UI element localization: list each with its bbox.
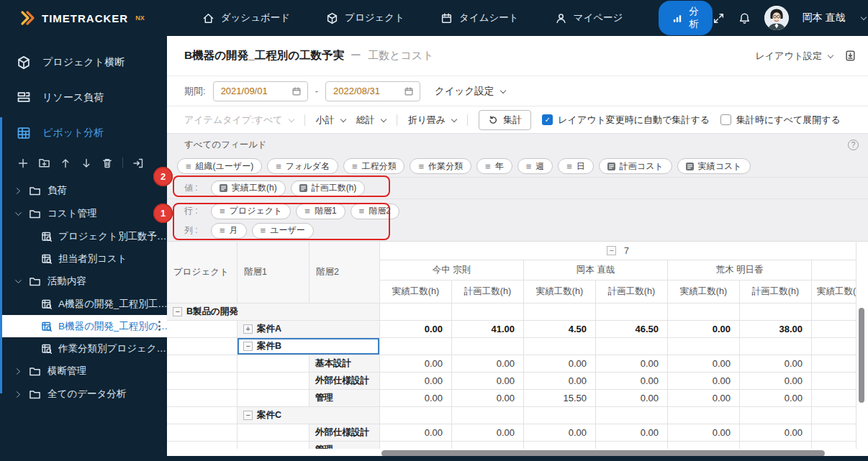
row-label[interactable]: 管理 <box>309 390 380 407</box>
data-cell[interactable]: 15.50 <box>524 390 596 407</box>
field-chip-measure[interactable]: 実績コスト <box>677 158 751 174</box>
measure-header[interactable]: 計画工数(h) <box>452 280 524 303</box>
data-cell[interactable]: 0.00 <box>524 373 596 390</box>
aggregate-button[interactable]: 集計 <box>479 110 531 130</box>
column-header-2[interactable]: 階層1 <box>238 242 309 303</box>
collapse-row-icon[interactable]: − <box>173 307 182 316</box>
data-cell[interactable]: 0.00 <box>452 424 524 442</box>
data-cell[interactable] <box>596 407 668 424</box>
row-chip[interactable]: プロジェクト <box>211 204 291 219</box>
tree-report-device-a[interactable]: A機器の開発_工程別工… <box>0 293 167 315</box>
data-cell[interactable]: 0.00 <box>452 390 524 407</box>
column-group-header[interactable]: −7 <box>380 242 856 260</box>
row-label[interactable]: −B製品の開発 <box>167 303 380 321</box>
measure-header[interactable]: 実績工数(h) <box>524 280 596 303</box>
row-label[interactable]: +案件A <box>238 321 380 338</box>
column-header-3[interactable]: 階層2 <box>309 242 380 303</box>
col-chip[interactable]: 月 <box>211 223 247 239</box>
collapse-row-icon[interactable]: − <box>243 342 253 351</box>
tree-folder-activity[interactable]: 活動内容 <box>0 270 167 293</box>
tree-report-device-b-selected[interactable]: B機器の開発_工程別の… <box>0 315 167 337</box>
data-cell[interactable]: 0.00 <box>452 355 524 373</box>
data-cell[interactable]: 0.00 <box>668 424 740 442</box>
data-cell[interactable] <box>668 407 740 424</box>
data-cell[interactable] <box>812 338 856 355</box>
delete-icon[interactable] <box>101 158 113 169</box>
data-cell[interactable]: 0.00 <box>596 424 668 442</box>
data-cell[interactable] <box>812 407 856 424</box>
layout-settings-button[interactable]: レイアウト設定 <box>755 50 833 63</box>
quick-settings-button[interactable]: クイック設定 <box>435 85 505 98</box>
data-cell[interactable]: 0.00 <box>596 373 668 390</box>
measure-header[interactable]: 計画工数(h) <box>740 280 812 303</box>
data-cell[interactable]: 0.00 <box>380 373 452 390</box>
nav-project[interactable]: プロジェクト <box>326 12 404 24</box>
fold-dropdown[interactable]: 折り畳み <box>408 114 457 127</box>
calendar-icon[interactable] <box>291 86 302 96</box>
data-cell[interactable]: 0.00 <box>380 321 452 338</box>
start-date-input[interactable]: 2021/09/01 <box>213 81 308 101</box>
vertical-scrollbar[interactable] <box>859 308 864 403</box>
data-cell[interactable]: 0.00 <box>596 390 668 407</box>
export-icon[interactable] <box>844 50 856 62</box>
user-name[interactable]: 岡本 直哉 <box>803 12 846 24</box>
measure-header[interactable]: 実績工数(h) <box>380 280 452 303</box>
data-cell[interactable]: 0.00 <box>740 373 812 390</box>
data-cell[interactable] <box>668 303 740 321</box>
tree-report-work-class[interactable]: 作業分類別プロジェク… <box>0 337 167 360</box>
data-cell[interactable] <box>812 373 856 390</box>
data-cell[interactable] <box>812 355 856 373</box>
expand-all-checkbox[interactable]: 集計時にすべて展開する <box>720 114 841 127</box>
column-header-1[interactable]: プロジェクト <box>167 242 238 303</box>
measure-header[interactable]: 計画工数(h) <box>596 280 668 303</box>
field-chip-measure[interactable]: 計画コスト <box>599 158 672 174</box>
chevron-down-icon[interactable] <box>14 278 22 286</box>
chevron-right-icon[interactable] <box>14 187 22 195</box>
chevron-down-icon[interactable] <box>14 210 22 218</box>
data-cell[interactable] <box>812 321 856 338</box>
data-cell[interactable] <box>668 338 740 355</box>
data-cell[interactable]: 4.50 <box>524 321 596 338</box>
move-down-icon[interactable] <box>81 158 92 169</box>
data-cell[interactable]: 0.00 <box>380 390 452 407</box>
row-chip[interactable]: 階層1 <box>296 204 345 219</box>
data-cell[interactable] <box>740 407 812 424</box>
import-icon[interactable] <box>132 158 144 169</box>
nav-dashboard[interactable]: ダッシュボード <box>202 12 290 24</box>
data-cell[interactable] <box>740 338 812 355</box>
row-label[interactable]: 外部仕様設計 <box>309 373 380 390</box>
data-cell[interactable]: 0.00 <box>380 355 452 373</box>
data-cell[interactable]: 0.00 <box>740 424 812 442</box>
data-cell[interactable]: 0.00 <box>596 355 668 373</box>
measure-header-overflow[interactable]: 実績工数(h) <box>812 280 856 303</box>
tree-report-project-hours[interactable]: プロジェクト別工数予… <box>0 225 167 247</box>
bell-icon[interactable] <box>738 12 751 24</box>
field-chip[interactable]: 日 <box>558 158 594 174</box>
add-folder-icon[interactable] <box>38 157 50 169</box>
person-header[interactable]: 今中 宗則 <box>380 260 524 280</box>
data-cell[interactable] <box>452 407 524 424</box>
nav-analysis-active[interactable]: 分析 <box>659 1 713 35</box>
add-icon[interactable] <box>17 158 29 169</box>
field-chip[interactable]: 週 <box>517 158 553 174</box>
user-avatar[interactable] <box>764 6 789 30</box>
user-menu-chevron-icon[interactable] <box>861 14 867 20</box>
module-pivot-analysis[interactable]: ピボット分析 <box>0 115 167 150</box>
field-chip[interactable]: 年 <box>476 158 512 174</box>
row-label[interactable]: −案件C <box>238 407 380 424</box>
kebab-menu-icon[interactable] <box>158 321 161 331</box>
col-chip[interactable]: ユーザー <box>252 223 314 239</box>
data-cell[interactable]: 0.00 <box>668 355 740 373</box>
tree-report-person-cost[interactable]: 担当者別コスト <box>0 247 167 270</box>
data-cell[interactable] <box>452 303 524 321</box>
person-header[interactable]: 荒木 明日香 <box>668 260 812 280</box>
row-chip[interactable]: 階層2 <box>351 204 399 219</box>
data-cell[interactable]: 0.00 <box>452 373 524 390</box>
checkbox-checked-icon[interactable]: ✓ <box>542 114 553 125</box>
data-cell[interactable]: 0.00 <box>524 424 596 442</box>
data-cell[interactable] <box>596 303 668 321</box>
data-cell[interactable] <box>524 303 596 321</box>
expand-row-icon[interactable]: + <box>243 324 253 334</box>
data-cell[interactable]: 0.00 <box>740 390 812 407</box>
item-type-dropdown[interactable]: アイテムタイプ:すべて <box>184 114 294 127</box>
